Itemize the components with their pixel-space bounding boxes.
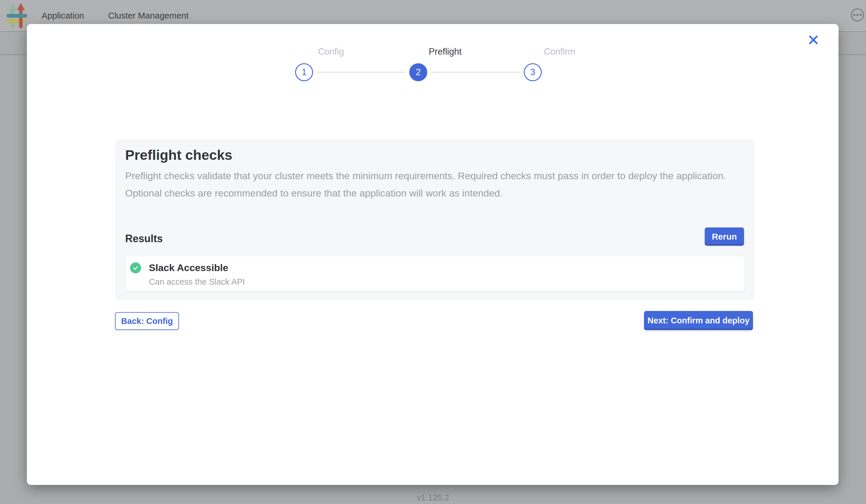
stepper-connector bbox=[431, 72, 520, 73]
app-version-label: v1.125.2 bbox=[0, 493, 866, 503]
result-text-block: Slack Accessible Can access the Slack AP… bbox=[149, 262, 245, 291]
next-confirm-deploy-button[interactable]: Next: Confirm and deploy bbox=[644, 311, 753, 330]
result-title: Slack Accessible bbox=[149, 262, 245, 273]
preflight-panel: Preflight checks Preflight checks valida… bbox=[115, 140, 754, 300]
step-label-config: Config bbox=[273, 46, 389, 57]
step-label-confirm: Confirm bbox=[502, 46, 618, 57]
result-detail: Can access the Slack API bbox=[149, 277, 245, 287]
rerun-button[interactable]: Rerun bbox=[705, 227, 744, 246]
step-circle-preflight[interactable]: 2 bbox=[409, 63, 427, 81]
close-icon[interactable] bbox=[804, 31, 822, 49]
ellipsis-dot bbox=[859, 14, 862, 16]
results-header-row: Results Rerun bbox=[125, 227, 744, 246]
panel-title: Preflight checks bbox=[125, 146, 232, 164]
stepper-connector bbox=[317, 72, 405, 73]
results-heading: Results bbox=[125, 233, 163, 246]
check-circle-icon bbox=[130, 262, 141, 273]
ellipsis-dot bbox=[853, 14, 855, 16]
back-config-button[interactable]: Back: Config bbox=[115, 312, 179, 330]
overflow-menu-icon[interactable] bbox=[851, 8, 864, 21]
step-label-preflight: Preflight bbox=[387, 46, 503, 57]
panel-description: Preflight checks validate that your clus… bbox=[125, 167, 742, 202]
step-circle-config[interactable]: 1 bbox=[295, 63, 313, 81]
step-circle-confirm[interactable]: 3 bbox=[524, 63, 542, 81]
preflight-modal: Config Preflight Confirm 1 2 3 Preflight… bbox=[27, 24, 839, 485]
preflight-result-row: Slack Accessible Can access the Slack AP… bbox=[125, 256, 745, 291]
ellipsis-dot bbox=[856, 14, 858, 16]
app-logo-icon bbox=[4, 2, 31, 30]
